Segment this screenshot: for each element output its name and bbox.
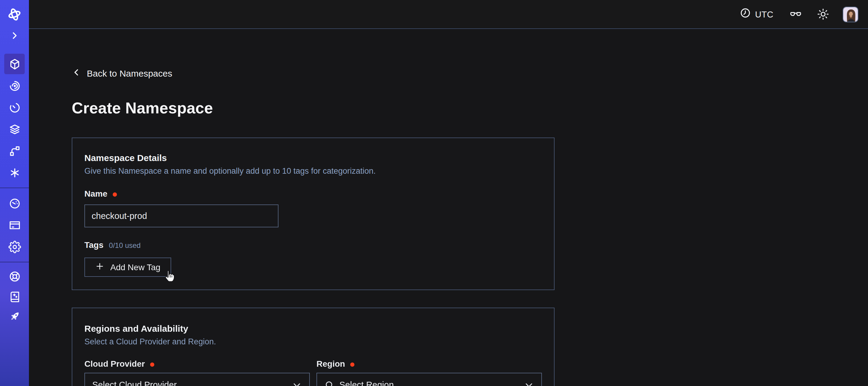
gear-icon [8, 240, 21, 253]
sidebar-item-support[interactable] [0, 267, 29, 287]
region-select[interactable]: Select Region [316, 373, 542, 386]
book-sparkles-icon [8, 290, 21, 303]
workflow-icon [8, 144, 21, 157]
chevron-down-icon [524, 380, 534, 386]
cloud-provider-placeholder: Select Cloud Provider [92, 380, 177, 386]
reader-glasses-icon[interactable] [789, 7, 802, 21]
life-buoy-icon [8, 270, 21, 283]
namespace-details-card: Namespace Details Give this Namespace a … [72, 138, 555, 290]
cube-icon [8, 58, 21, 70]
logo-knot-icon[interactable] [0, 7, 29, 22]
tags-counter: 0/10 used [109, 241, 141, 250]
main-content: Back to Namespaces Create Namespace Name… [29, 29, 868, 386]
plus-icon [95, 262, 104, 273]
page-title: Create Namespace [72, 98, 868, 118]
add-new-tag-button[interactable]: Add New Tag [84, 258, 171, 277]
app-window: UTC [0, 0, 868, 386]
asterisk-icon [8, 166, 21, 179]
card-title: Regions and Availability [84, 323, 542, 334]
timezone-button[interactable]: UTC [739, 7, 773, 21]
search-icon [324, 380, 335, 386]
namespace-name-input[interactable] [84, 204, 278, 227]
cloud-provider-label: Cloud Provider [84, 359, 145, 369]
card-subtitle: Give this Namespace a name and optionall… [84, 167, 542, 176]
add-new-tag-label: Add New Tag [110, 262, 160, 272]
sidebar-rail [0, 0, 29, 386]
back-link-label: Back to Namespaces [87, 68, 172, 79]
chevron-left-icon [72, 67, 82, 79]
required-dot [150, 362, 155, 366]
sidebar-divider [0, 262, 29, 262]
rocket-icon [8, 310, 21, 323]
tags-label: Tags [84, 240, 103, 250]
sidebar-item-monitor[interactable] [0, 75, 29, 96]
gauge-icon [8, 197, 21, 210]
expand-sidebar-chevron-right-icon[interactable] [0, 30, 29, 41]
cloud-provider-select[interactable]: Select Cloud Provider [84, 373, 310, 386]
required-dot [113, 192, 117, 196]
name-label: Name [84, 189, 107, 199]
region-field: Region Select Region [316, 359, 542, 386]
sidebar-item-nexus[interactable] [0, 161, 29, 183]
back-to-namespaces-link[interactable]: Back to Namespaces [72, 67, 172, 79]
sidebar-item-deployments[interactable] [0, 118, 29, 140]
card-title: Namespace Details [84, 153, 542, 164]
required-dot [350, 362, 355, 366]
sidebar-divider [0, 187, 29, 188]
region-placeholder: Select Region [339, 380, 394, 386]
clock-icon [739, 7, 751, 21]
sidebar-item-schedules[interactable] [0, 96, 29, 118]
light-theme-icon[interactable] [817, 8, 830, 21]
sidebar-item-billing[interactable] [0, 214, 29, 236]
region-label: Region [316, 359, 345, 369]
timezone-label: UTC [755, 9, 773, 19]
credit-card-icon [8, 219, 21, 231]
sidebar-item-docs[interactable] [0, 287, 29, 306]
sidebar-item-namespaces[interactable] [0, 53, 29, 75]
sidebar-item-batch[interactable] [0, 140, 29, 161]
user-avatar[interactable] [843, 6, 858, 22]
spiral-icon [8, 79, 21, 92]
card-subtitle: Select a Cloud Provider and Region. [84, 337, 542, 347]
chevron-down-icon [292, 380, 302, 386]
topbar: UTC [29, 0, 868, 29]
sidebar-item-settings[interactable] [0, 236, 29, 258]
sidebar-item-getting-started[interactable] [0, 306, 29, 326]
timer-icon [8, 101, 21, 114]
regions-availability-card: Regions and Availability Select a Cloud … [72, 307, 555, 386]
cloud-provider-field: Cloud Provider Select Cloud Provider [84, 359, 310, 386]
sidebar-item-usage[interactable] [0, 192, 29, 214]
layers-icon [8, 123, 21, 136]
